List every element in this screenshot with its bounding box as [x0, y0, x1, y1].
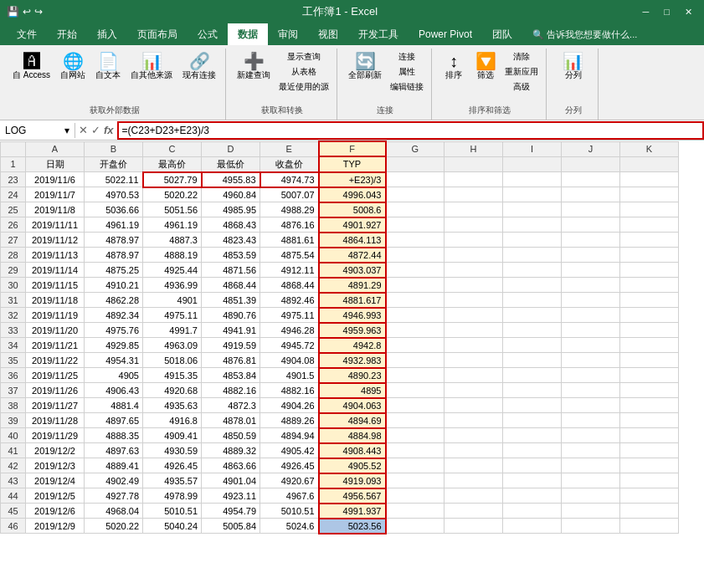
- cell[interactable]: [444, 519, 503, 534]
- cell[interactable]: 4959.963: [319, 323, 386, 338]
- cell[interactable]: 5005.84: [202, 519, 260, 534]
- cell[interactable]: 4932.983: [319, 353, 386, 368]
- btn-show-query[interactable]: 显示查询: [276, 50, 331, 64]
- cell[interactable]: 4853.84: [202, 368, 260, 383]
- confirm-formula-button[interactable]: ✓: [91, 124, 100, 136]
- cell[interactable]: [503, 308, 562, 323]
- cell[interactable]: 4910.21: [85, 278, 143, 293]
- cell[interactable]: [503, 443, 562, 458]
- cell[interactable]: [562, 217, 620, 233]
- cell[interactable]: [503, 519, 562, 534]
- cell[interactable]: [503, 383, 562, 398]
- cell[interactable]: [444, 473, 503, 488]
- cell[interactable]: 4968.04: [85, 504, 143, 519]
- cell[interactable]: 4908.443: [319, 443, 386, 458]
- cell[interactable]: [444, 156, 503, 172]
- cell[interactable]: 4888.19: [143, 248, 202, 263]
- cell[interactable]: [386, 187, 444, 202]
- cell[interactable]: 4894.94: [260, 428, 319, 443]
- cell[interactable]: 4956.567: [319, 488, 386, 504]
- cell[interactable]: [386, 473, 444, 488]
- cell[interactable]: 4904.063: [319, 398, 386, 413]
- cell[interactable]: 4891.29: [319, 278, 386, 293]
- cell[interactable]: [620, 504, 679, 519]
- cell[interactable]: 4868.44: [202, 278, 260, 293]
- cell[interactable]: [444, 338, 503, 353]
- cell[interactable]: 2019/12/5: [26, 488, 85, 504]
- tab-search[interactable]: 🔍 告诉我您想要做什么...: [522, 23, 647, 45]
- cell[interactable]: 4954.31: [85, 353, 143, 368]
- cell[interactable]: 4872.3: [202, 398, 260, 413]
- cell[interactable]: 4881.617: [319, 293, 386, 308]
- btn-new-query[interactable]: ➕ 新建查询: [233, 50, 275, 84]
- col-header-g[interactable]: G: [386, 141, 444, 156]
- cell[interactable]: [503, 473, 562, 488]
- cell[interactable]: 4912.11: [260, 263, 319, 278]
- cell[interactable]: 2019/11/19: [26, 308, 85, 323]
- cell[interactable]: 5040.24: [143, 519, 202, 534]
- col-header-b[interactable]: B: [85, 141, 143, 156]
- cell[interactable]: 4935.57: [143, 473, 202, 488]
- cell[interactable]: [503, 488, 562, 504]
- cell[interactable]: 5010.51: [260, 504, 319, 519]
- cell[interactable]: [444, 368, 503, 383]
- cell[interactable]: [386, 308, 444, 323]
- cell[interactable]: [386, 413, 444, 428]
- cell[interactable]: [620, 338, 679, 353]
- cell[interactable]: [562, 172, 620, 187]
- cell[interactable]: 4894.69: [319, 413, 386, 428]
- tab-review[interactable]: 审阅: [268, 23, 308, 45]
- cell[interactable]: 4876.81: [202, 353, 260, 368]
- col-header-k[interactable]: K: [620, 141, 679, 156]
- cell[interactable]: 2019/11/22: [26, 353, 85, 368]
- undo-icon[interactable]: ↩: [23, 6, 31, 18]
- cell[interactable]: 4991.7: [143, 323, 202, 338]
- cell[interactable]: 4954.79: [202, 504, 260, 519]
- cell[interactable]: 4905.52: [319, 458, 386, 473]
- tab-view[interactable]: 视图: [308, 23, 348, 45]
- cell[interactable]: 4901.927: [319, 217, 386, 233]
- cell[interactable]: [503, 233, 562, 248]
- cell[interactable]: [503, 504, 562, 519]
- cell[interactable]: 4915.35: [143, 368, 202, 383]
- cell[interactable]: [444, 323, 503, 338]
- cell[interactable]: [620, 413, 679, 428]
- cell[interactable]: 4868.44: [260, 278, 319, 293]
- cell[interactable]: [386, 443, 444, 458]
- cell[interactable]: 4887.3: [143, 233, 202, 248]
- cell[interactable]: [562, 233, 620, 248]
- cell[interactable]: 4930.59: [143, 443, 202, 458]
- cell[interactable]: 收盘价: [260, 156, 319, 172]
- tab-developer[interactable]: 开发工具: [348, 23, 409, 45]
- cell[interactable]: [444, 293, 503, 308]
- cell[interactable]: 4882.16: [260, 383, 319, 398]
- formula-input[interactable]: =(C23+D23+E23)/3: [117, 121, 704, 140]
- cell[interactable]: 5036.66: [85, 202, 143, 217]
- cell[interactable]: [562, 156, 620, 172]
- cell[interactable]: [620, 172, 679, 187]
- cell[interactable]: [620, 458, 679, 473]
- btn-properties[interactable]: 属性: [388, 65, 426, 79]
- cell[interactable]: [444, 398, 503, 413]
- cell[interactable]: [444, 458, 503, 473]
- cell[interactable]: [386, 504, 444, 519]
- cell[interactable]: [503, 353, 562, 368]
- cell[interactable]: 4985.95: [202, 202, 260, 217]
- cell[interactable]: 4850.59: [202, 428, 260, 443]
- cell[interactable]: [620, 156, 679, 172]
- cell[interactable]: [386, 519, 444, 534]
- cell[interactable]: [503, 398, 562, 413]
- cell[interactable]: TYP: [319, 156, 386, 172]
- cell[interactable]: [503, 263, 562, 278]
- cell[interactable]: 4923.11: [202, 488, 260, 504]
- cell[interactable]: 4955.83: [202, 172, 260, 187]
- cell[interactable]: 4895: [319, 383, 386, 398]
- cell[interactable]: [503, 172, 562, 187]
- cell[interactable]: [503, 217, 562, 233]
- cell[interactable]: [386, 488, 444, 504]
- cell[interactable]: [444, 413, 503, 428]
- cell[interactable]: 4970.53: [85, 187, 143, 202]
- window-controls[interactable]: ─ □ ✕: [638, 5, 697, 19]
- cell[interactable]: [386, 383, 444, 398]
- cell[interactable]: [386, 263, 444, 278]
